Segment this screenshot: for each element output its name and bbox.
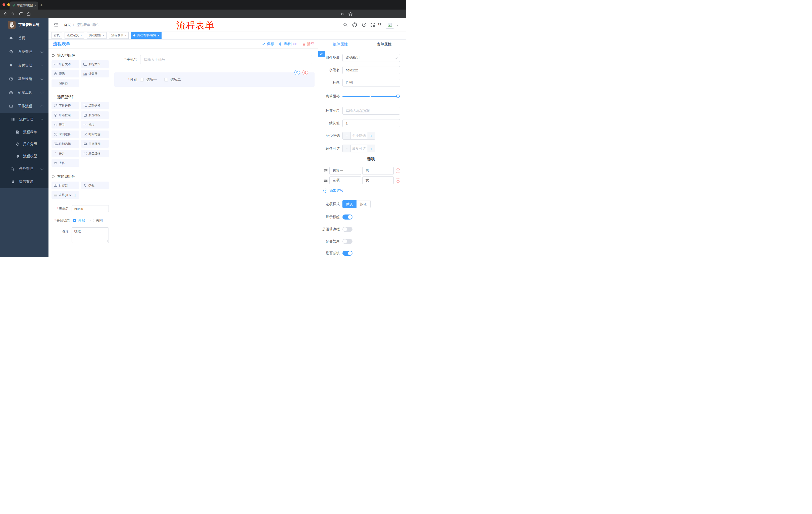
max-select-value[interactable]: 最多可选 — [351, 145, 367, 152]
checkbox[interactable] — [140, 78, 144, 81]
component-chip-editor[interactable]: 编辑器 — [52, 79, 79, 87]
slider-track[interactable] — [343, 96, 400, 97]
avatar[interactable] — [386, 21, 394, 29]
avatar-caret-icon[interactable] — [396, 25, 398, 26]
disabled-toggle[interactable] — [343, 239, 352, 244]
tag-process-model[interactable]: 流程模型× — [87, 32, 106, 39]
help-icon[interactable] — [362, 22, 367, 27]
form-remark-textarea[interactable]: 嘿嘿 — [71, 227, 109, 243]
home-icon[interactable] — [26, 11, 31, 16]
component-chip-radio-group[interactable]: 单选框组 — [52, 111, 79, 119]
gender-option-2[interactable]: 选项二 — [164, 77, 181, 82]
component-chip-time-picker[interactable]: 时间选择 — [52, 131, 79, 138]
forward-icon[interactable] — [11, 11, 15, 16]
new-tab-button[interactable]: + — [40, 3, 43, 7]
tag-process-form[interactable]: 流程表单× — [109, 32, 128, 39]
github-icon[interactable] — [352, 22, 357, 27]
tag-close-icon[interactable]: × — [80, 34, 82, 37]
component-chip-rate[interactable]: ☆评分 — [52, 150, 79, 157]
component-chip-select[interactable]: 下拉选择 — [52, 102, 79, 109]
sidebar-item-workflow[interactable]: 工作流程 — [0, 99, 49, 113]
stepper-decrease-button[interactable]: − — [343, 145, 351, 152]
link-tag-button[interactable] — [318, 51, 325, 57]
label-width-input[interactable] — [343, 107, 400, 115]
sidebar-item-process-form[interactable]: 流程表单 — [0, 126, 49, 138]
component-chip-upload[interactable]: 上传 — [52, 159, 79, 167]
component-chip-time-range[interactable]: 时间范围 — [81, 131, 109, 138]
sidebar-item-infrastructure[interactable]: 基础设施 — [0, 72, 49, 86]
remove-option-button[interactable]: − — [396, 168, 400, 173]
status-radio-on[interactable]: 开启 — [72, 218, 85, 223]
grid-slider[interactable] — [343, 92, 400, 100]
window-close-button[interactable] — [2, 3, 5, 6]
bookmark-star-icon[interactable] — [348, 11, 353, 16]
brand[interactable]: 芋道管理系统 — [0, 18, 49, 31]
selected-component-gender[interactable]: *性别 选项一 选项二 — [114, 73, 315, 87]
min-select-value[interactable]: 至少应选 — [351, 132, 367, 139]
checkbox[interactable] — [164, 78, 168, 81]
browser-tab[interactable]: 芋道管理系统 × — [9, 1, 38, 9]
sidebar-item-task-management[interactable]: 任务管理 — [0, 162, 49, 175]
show-label-toggle[interactable] — [343, 215, 352, 219]
key-icon[interactable] — [341, 12, 344, 16]
title-input[interactable] — [343, 79, 400, 87]
breadcrumb-home[interactable]: 首页 — [64, 23, 71, 27]
field-name-input[interactable] — [343, 66, 400, 74]
option-value-input[interactable] — [362, 176, 394, 184]
clear-button[interactable]: 清空 — [302, 42, 314, 46]
slider-handle[interactable] — [396, 94, 400, 98]
sidebar-collapse-icon[interactable] — [54, 22, 59, 27]
tag-close-icon[interactable]: × — [103, 34, 104, 37]
component-type-select[interactable]: 多选框组 — [343, 54, 400, 62]
tag-home[interactable]: 首页 — [52, 32, 62, 39]
sidebar-item-payment[interactable]: ¥ 支付管理 — [0, 59, 49, 72]
component-chip-checkbox-group[interactable]: 多选框组 — [81, 111, 109, 119]
component-chip-date-range[interactable]: 日期范围 — [81, 140, 109, 147]
component-chip-row-container[interactable]: 行容器 — [52, 182, 79, 189]
view-json-button[interactable]: 查看json — [279, 42, 297, 46]
stepper-increase-button[interactable]: + — [367, 132, 375, 139]
form-name-input[interactable] — [71, 205, 109, 212]
component-chip-button[interactable]: 按钮 — [81, 182, 109, 189]
tab-form-props[interactable]: 表单属性 — [362, 39, 406, 49]
sidebar-item-leave-query[interactable]: 请假查询 — [0, 175, 49, 188]
status-radio-off[interactable]: 关闭 — [90, 218, 103, 223]
tab-component-props[interactable]: 组件属性 — [318, 39, 362, 49]
remove-option-button[interactable]: − — [396, 178, 400, 183]
search-icon[interactable] — [343, 22, 348, 27]
component-chip-single-line-text[interactable]: 单行文本 — [52, 60, 79, 68]
default-value-input[interactable] — [343, 119, 400, 127]
sidebar-item-process-model[interactable]: 流程模型 — [0, 150, 49, 162]
save-button[interactable]: 保存 — [262, 42, 274, 46]
tag-process-definition[interactable]: 流程定义× — [64, 32, 84, 39]
stepper-increase-button[interactable]: + — [367, 145, 375, 152]
tag-process-form-edit[interactable]: 流程表单-编辑× — [131, 32, 161, 39]
option-value-input[interactable] — [362, 167, 394, 175]
component-chip-cascader[interactable]: 级联选择 — [81, 102, 109, 109]
style-button-button[interactable]: 按钮 — [356, 200, 371, 208]
component-chip-multiline-text[interactable]: 多行文本 — [81, 60, 109, 68]
component-chip-color-picker[interactable]: 颜色选择 — [81, 150, 109, 157]
sidebar-item-user-group[interactable]: 用户分组 — [0, 138, 49, 150]
option-label-input[interactable] — [329, 167, 361, 175]
component-chip-password[interactable]: 密码 — [52, 70, 79, 77]
border-toggle[interactable] — [343, 227, 352, 232]
sidebar-item-system[interactable]: 系统管理 — [0, 45, 49, 59]
required-toggle[interactable] — [343, 251, 352, 256]
option-drag-icon[interactable] — [323, 168, 328, 173]
fullscreen-icon[interactable] — [370, 22, 375, 27]
reload-icon[interactable] — [19, 11, 23, 16]
option-drag-icon[interactable] — [323, 178, 328, 183]
component-chip-slider[interactable]: 滑块 — [81, 121, 109, 129]
back-icon[interactable] — [3, 11, 7, 16]
delete-component-button[interactable] — [302, 70, 308, 75]
sidebar-item-process-management[interactable]: 流程管理 — [0, 113, 49, 126]
gender-option-1[interactable]: 选项一 — [140, 77, 157, 82]
sidebar-item-home[interactable]: 首页 — [0, 31, 49, 45]
component-chip-switch[interactable]: 开关 — [52, 121, 79, 129]
component-chip-date-picker[interactable]: 日期选择 — [52, 140, 79, 147]
style-default-button[interactable]: 默认 — [343, 200, 356, 208]
option-label-input[interactable] — [329, 176, 361, 184]
tag-close-icon[interactable]: × — [157, 34, 159, 37]
font-size-icon[interactable]: tT — [378, 22, 385, 27]
